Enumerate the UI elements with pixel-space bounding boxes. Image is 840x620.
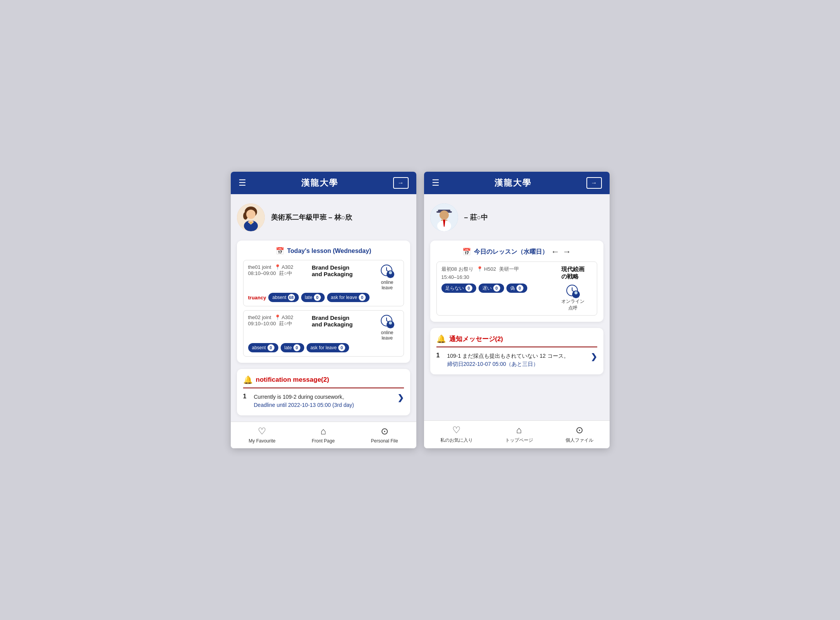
right-nav-personal-label: 個人ファイル — [566, 437, 593, 444]
left-lesson-2-badges: absent 0 late 0 ask for leave 0 — [248, 343, 399, 352]
right-profile: – 莊○中 — [430, 200, 603, 234]
left-nav-home[interactable]: ⌂ Front Page — [312, 426, 334, 444]
right-notification-divider — [436, 347, 597, 347]
left-lesson-2-info: the02 joint 📍 A302 09:10–10:00 莊○中 — [248, 314, 309, 327]
left-avatar — [237, 203, 265, 231]
right-nav-home[interactable]: ⌂ トップページ — [505, 425, 533, 444]
left-bottom-nav: ♡ My Favourite ⌂ Front Page ⊙ Personal F… — [231, 422, 416, 448]
right-lesson-item-1: 最初08 お祭り 📍 H502 美研一甲 15:40–16:30 足らない 0 … — [436, 261, 597, 316]
left-lesson-2-row: the02 joint 📍 A302 09:10–10:00 莊○中 Brand… — [248, 314, 399, 341]
right-heart-icon: ♡ — [452, 425, 461, 436]
left-lesson-1-time: 08:10–09:00 — [248, 270, 276, 276]
left-badge-late-1[interactable]: late 0 — [301, 293, 325, 302]
right-lesson-location: 📍 H502 — [477, 266, 496, 272]
left-content: 美術系二年級甲班 – 林○欣 📅 Today's lesson (Wednesd… — [231, 194, 416, 422]
screens-container: ☰ 漢龍大學 → — [223, 164, 617, 456]
left-notification-text: Currently is 109-2 during coursework。 De… — [254, 393, 393, 409]
left-header-title: 漢龍大學 — [301, 177, 338, 189]
left-badge-late-2[interactable]: late 0 — [281, 343, 304, 352]
right-clock-icon — [566, 284, 580, 298]
left-lesson-card: 📅 Today's lesson (Wednesday) the01 joint… — [237, 241, 410, 363]
left-notification-link[interactable]: Deadline until 2022-10-13 05:00 (3rd day… — [254, 402, 354, 408]
left-lesson-2-subject: Brand Designand Packaging — [312, 314, 373, 328]
right-lesson-title-row: 📅 今日のレッスン（水曜日） ← → — [436, 247, 597, 257]
left-notification-divider — [243, 388, 404, 388]
right-person-icon: ⊙ — [576, 425, 583, 436]
right-nav-personal[interactable]: ⊙ 個人ファイル — [566, 425, 593, 444]
right-notification-text: 109-1 まだ採点も提出もされていない 12 コース。 締切日2022-10-… — [447, 352, 586, 368]
left-profile: 美術系二年級甲班 – 林○欣 — [237, 200, 410, 234]
svg-point-16 — [389, 321, 392, 325]
left-profile-name: 美術系二年級甲班 – 林○欣 — [271, 213, 353, 222]
right-lesson-card: 📅 今日のレッスン（水曜日） ← → 最初08 お祭り 📍 H502 美研一甲 — [430, 241, 603, 322]
left-notification-item-1: 1 Currently is 109-2 during coursework。 … — [243, 393, 404, 409]
right-notification-title: 通知メッセージ(2) — [449, 335, 503, 343]
left-badge-absent-1[interactable]: absent 68 — [268, 293, 298, 302]
left-header: ☰ 漢龍大學 → — [231, 172, 416, 194]
left-lesson-item-2: the02 joint 📍 A302 09:10–10:00 莊○中 Brand… — [243, 310, 404, 357]
left-person-icon: ⊙ — [381, 426, 388, 437]
right-badge-tarinai[interactable]: 足らない 0 — [441, 284, 476, 293]
right-menu-icon[interactable]: ☰ — [432, 178, 440, 188]
right-profile-name: – 莊○中 — [464, 213, 488, 222]
right-lesson-class: 美研一甲 — [499, 266, 519, 273]
right-badge-nise[interactable]: 偽 0 — [506, 284, 527, 293]
right-avatar — [430, 203, 458, 231]
left-bell-icon: 🔔 — [243, 375, 253, 384]
right-header-title: 漢龍大學 — [494, 177, 532, 189]
right-lesson-action[interactable]: オンライン点呼 — [561, 298, 584, 311]
right-lesson-1-info: 最初08 お祭り 📍 H502 美研一甲 15:40–16:30 足らない 0 … — [441, 266, 558, 293]
left-lesson-1-teacher: 莊○中 — [279, 270, 292, 277]
left-nav-favourite-label: My Favourite — [249, 438, 275, 444]
right-exit-button[interactable]: → — [586, 177, 602, 189]
right-nav-favourite-label: 私のお気に入り — [440, 437, 473, 444]
left-badge-leave-2[interactable]: ask for leave 0 — [307, 343, 349, 352]
right-lesson-title: 今日のレッスン（水曜日） — [474, 248, 548, 256]
left-notification-card: 🔔 notification message(2) 1 Currently is… — [237, 369, 410, 415]
left-lesson-1-right: onlineleave — [376, 264, 399, 290]
left-lesson-2-clock-icon — [380, 314, 394, 328]
right-nav-favourite[interactable]: ♡ 私のお気に入り — [440, 425, 473, 444]
right-lesson-time: 15:40–16:30 — [441, 274, 469, 280]
right-bottom-nav: ♡ 私のお気に入り ⌂ トップページ ⊙ 個人ファイル — [424, 420, 610, 448]
right-notification-chevron[interactable]: ❯ — [591, 352, 597, 361]
left-lesson-2-joint: the02 joint — [248, 314, 271, 320]
left-notification-header: 🔔 notification message(2) — [243, 375, 404, 384]
left-lesson-2-teacher: 莊○中 — [279, 320, 292, 327]
left-nav-home-label: Front Page — [312, 438, 334, 444]
left-badge-absent-2[interactable]: absent 0 — [248, 343, 278, 352]
right-screen: ☰ 漢龍大學 → — [424, 172, 610, 448]
left-lesson-1-subject: Brand Designand Packaging — [312, 264, 373, 277]
right-lesson-prev-arrow[interactable]: ← — [551, 247, 560, 257]
right-notification-link[interactable]: 締切日2022-10-07 05:00（あと三日） — [447, 361, 539, 367]
left-nav-favourite[interactable]: ♡ My Favourite — [249, 426, 275, 444]
left-notification-num: 1 — [243, 393, 249, 400]
left-badge-leave-1[interactable]: ask for leave 0 — [327, 293, 370, 302]
left-exit-button[interactable]: → — [393, 177, 409, 189]
right-header: ☰ 漢龍大學 → — [424, 172, 610, 194]
right-lesson-1-subject-right: 現代絵画の戦略 — [561, 266, 592, 311]
right-notification-item-1: 1 109-1 まだ採点も提出もされていない 12 コース。 締切日2022-1… — [436, 352, 597, 368]
right-content: – 莊○中 📅 今日のレッスン（水曜日） ← → 最初08 お祭り — [424, 194, 610, 420]
left-lesson-1-joint: the01 joint — [248, 264, 271, 270]
right-lesson-next-arrow[interactable]: → — [563, 247, 571, 257]
right-notification-header: 🔔 通知メッセージ(2) — [436, 334, 597, 343]
right-badge-osoi[interactable]: 遅い 0 — [479, 284, 504, 293]
left-lesson-1-status: truancy — [248, 295, 266, 301]
left-calendar-icon: 📅 — [276, 247, 284, 255]
left-lesson-2-location: 📍 A302 — [274, 314, 293, 320]
right-lesson-1-badges: 足らない 0 遅い 0 偽 0 — [441, 284, 558, 293]
right-lesson-joint: 最初08 お祭り — [441, 266, 474, 273]
right-notification-card: 🔔 通知メッセージ(2) 1 109-1 まだ採点も提出もされていない 12 コ… — [430, 328, 603, 374]
svg-point-29 — [574, 291, 578, 294]
left-lesson-title: 📅 Today's lesson (Wednesday) — [243, 247, 404, 255]
left-notification-chevron[interactable]: ❯ — [397, 393, 404, 402]
left-lesson-1-action[interactable]: onlineleave — [381, 280, 393, 290]
left-nav-personal[interactable]: ⊙ Personal File — [371, 426, 398, 444]
right-home-icon: ⌂ — [516, 425, 522, 436]
left-menu-icon[interactable]: ☰ — [239, 178, 246, 188]
left-lesson-2-action[interactable]: onlineleave — [381, 330, 393, 341]
right-lesson-1-right: オンライン点呼 — [561, 284, 584, 311]
right-lesson-subject: 現代絵画の戦略 — [561, 266, 584, 280]
svg-point-3 — [246, 210, 256, 219]
